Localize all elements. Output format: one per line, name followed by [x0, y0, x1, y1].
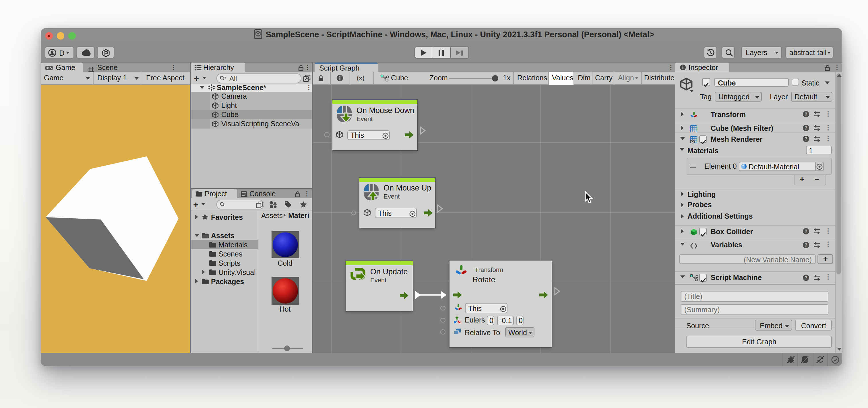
svg-text:?: ? [805, 136, 807, 142]
svg-text:?: ? [805, 229, 807, 234]
svg-text:?: ? [805, 243, 807, 247]
svg-text:?: ? [805, 126, 807, 130]
svg-text:?: ? [805, 275, 807, 280]
svg-text:?: ? [805, 112, 807, 117]
